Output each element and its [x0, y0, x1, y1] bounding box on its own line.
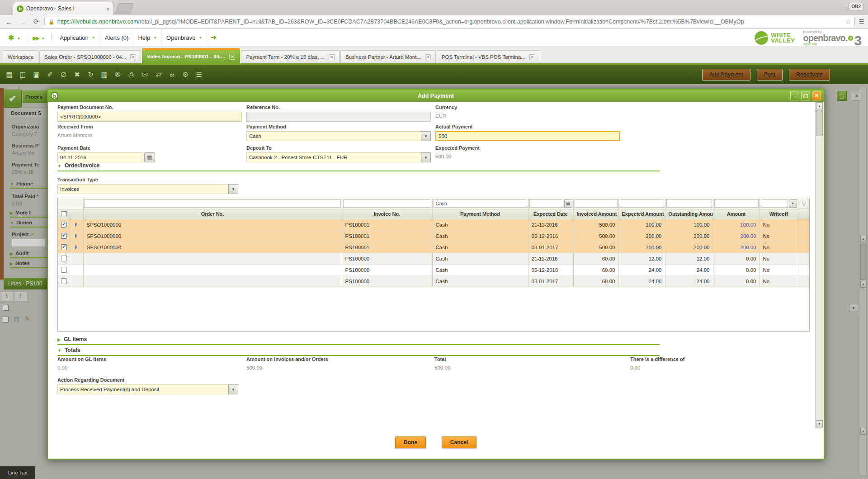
close-tab-icon[interactable]: [130, 54, 136, 60]
column-header[interactable]: Invoiced Amount: [573, 209, 618, 219]
menu-openbravo[interactable]: Openbravo: [162, 29, 207, 46]
close-tab-icon[interactable]: [229, 54, 235, 60]
reference-no-input[interactable]: [246, 112, 431, 122]
tab-sales-invoice[interactable]: Sales Invoice - PS100001 - 04-...: [142, 48, 240, 63]
logout-icon[interactable]: [211, 33, 217, 42]
cancel-icon[interactable]: ∅: [58, 69, 69, 81]
actual-payment-input[interactable]: [435, 131, 620, 141]
grid-view-icon[interactable]: ☰: [193, 69, 205, 81]
filter-outstanding-amount-input[interactable]: [666, 199, 712, 208]
column-header[interactable]: Outstanding Amount: [665, 209, 713, 219]
grid-row[interactable]: SPSO1000000 PS100001 Cash 03-01-2017 500…: [58, 242, 810, 253]
reload-icon[interactable]: [31, 18, 42, 26]
payment-document-no-input[interactable]: [57, 112, 242, 122]
quick-launch-icon[interactable]: [33, 33, 38, 42]
amount-link[interactable]: 100.00: [713, 219, 760, 230]
workflow-icon[interactable]: ⇄: [153, 69, 164, 81]
workspace-icon[interactable]: [8, 33, 14, 42]
calendar-icon[interactable]: [564, 199, 572, 208]
chevron-down-icon[interactable]: [228, 184, 238, 194]
tab-pos-terminal[interactable]: POS Terminal - VBS POS Termina...: [437, 50, 540, 63]
browser-menu-icon[interactable]: [859, 18, 864, 26]
amount-link[interactable]: 0.00: [713, 275, 760, 287]
link-icon[interactable]: ∞: [166, 69, 178, 81]
scrollbar-thumb[interactable]: [816, 110, 823, 136]
dialog-scrollbar[interactable]: ▲ ▼: [815, 102, 823, 428]
filter-expected-amount-input[interactable]: [620, 199, 664, 208]
chevron-down-icon[interactable]: [789, 199, 797, 208]
grid-row[interactable]: PS100000 Cash 03-01-2017 60.00 24.00 24.…: [58, 275, 810, 287]
transaction-type-select[interactable]: Invoices: [57, 184, 238, 194]
back-icon[interactable]: [4, 18, 14, 26]
save-icon[interactable]: ▣: [31, 69, 42, 81]
filter-expected-date-input[interactable]: [529, 199, 563, 208]
menu-alerts[interactable]: Alerts (0): [100, 29, 134, 46]
column-header[interactable]: Expected Amount: [618, 209, 665, 219]
section-order-invoice[interactable]: Order/Invoice: [57, 162, 660, 171]
scroll-up-icon[interactable]: ▲: [816, 102, 823, 109]
eraser-icon[interactable]: ✐: [44, 69, 56, 81]
new-row-icon[interactable]: ▤: [4, 69, 15, 81]
add-payment-button[interactable]: Add Payment: [702, 69, 750, 81]
column-header[interactable]: Amount: [713, 209, 760, 219]
filter-order-no-input[interactable]: [85, 199, 341, 208]
post-button[interactable]: Post: [757, 69, 783, 81]
deposit-to-select[interactable]: Cashbook 2 - Posest Store-CTST11 - EUR: [246, 152, 431, 162]
maximize-icon[interactable]: [801, 91, 810, 100]
tab-business-partner[interactable]: Business Partner - Arturo Mont...: [340, 50, 436, 63]
grid-row[interactable]: SPSO1000000 PS100001 Cash 21-11-2016 500…: [58, 219, 810, 230]
filter-amount-input[interactable]: [714, 199, 759, 208]
copy-icon[interactable]: ▥: [99, 69, 110, 81]
forward-icon[interactable]: [17, 18, 28, 26]
bookmark-star-icon[interactable]: [845, 18, 851, 25]
calendar-icon[interactable]: [144, 152, 155, 162]
select-all-checkbox[interactable]: [61, 211, 67, 217]
payment-date-input[interactable]: [57, 152, 143, 162]
section-totals[interactable]: Totals: [57, 347, 660, 356]
browser-tab[interactable]: b Openbravo - Sales I: [13, 2, 114, 15]
column-header[interactable]: Expected Date: [528, 209, 573, 219]
url-bar[interactable]: https://livebuilds.openbravo.com /retail…: [44, 17, 855, 27]
tab-payment-term[interactable]: Payment Term - 20% a 15 días, ...: [241, 50, 340, 63]
column-header[interactable]: Writeoff: [760, 209, 798, 219]
row-checkbox[interactable]: [61, 233, 67, 239]
scroll-down-icon[interactable]: ▼: [816, 420, 823, 427]
filter-funnel-icon[interactable]: [798, 198, 810, 209]
profile-badge[interactable]: OB2: [849, 3, 863, 10]
refresh-icon[interactable]: ↻: [85, 69, 96, 81]
filter-payment-method-input[interactable]: [434, 199, 527, 208]
action-regarding-document-select[interactable]: Process Received Payment(s) and Deposit: [57, 384, 238, 394]
amount-link[interactable]: 0.00: [713, 253, 760, 264]
row-checkbox[interactable]: [61, 267, 67, 273]
filter-writeoff-input[interactable]: [761, 199, 788, 208]
reactivate-button[interactable]: Reactivate: [789, 69, 830, 81]
new-record-icon[interactable]: ◫: [17, 69, 28, 81]
quick-launch-caret-icon[interactable]: [41, 33, 45, 42]
chevron-down-icon[interactable]: [421, 152, 431, 162]
filter-invoice-no-input[interactable]: [343, 199, 431, 208]
menu-help[interactable]: Help: [133, 29, 162, 46]
delete-icon[interactable]: ✖: [71, 69, 83, 81]
attachment-icon[interactable]: ✇: [112, 69, 123, 81]
column-header[interactable]: Payment Method: [432, 209, 528, 219]
settings-icon[interactable]: ⚙: [180, 69, 191, 81]
amount-link[interactable]: 200.00: [713, 230, 760, 242]
menu-application[interactable]: Application: [55, 29, 100, 46]
amount-link[interactable]: 0.00: [713, 264, 760, 275]
column-header[interactable]: Order No.: [83, 209, 342, 219]
email-icon[interactable]: ✉: [139, 69, 151, 81]
close-tab-icon[interactable]: [106, 5, 110, 13]
close-tab-icon[interactable]: [425, 54, 431, 60]
new-tab-button[interactable]: [115, 3, 134, 14]
row-checkbox[interactable]: [61, 278, 67, 284]
payment-method-select[interactable]: Cash: [246, 131, 431, 141]
minimize-icon[interactable]: [790, 91, 799, 100]
print-icon[interactable]: ⎙: [126, 69, 137, 81]
grid-row[interactable]: PS100000 Cash 05-12-2016 60.00 24.00 24.…: [58, 264, 810, 275]
row-checkbox[interactable]: [61, 244, 67, 250]
amount-link[interactable]: 200.00: [713, 242, 760, 253]
close-tab-icon[interactable]: [529, 54, 535, 60]
done-button[interactable]: Done: [395, 436, 426, 448]
tab-workspace[interactable]: Workspace: [3, 50, 38, 63]
column-header[interactable]: Invoice No.: [342, 209, 432, 219]
